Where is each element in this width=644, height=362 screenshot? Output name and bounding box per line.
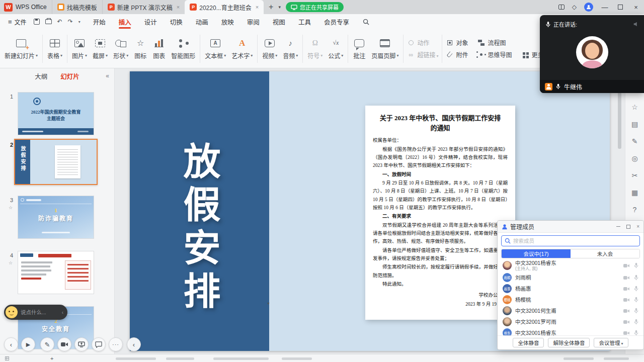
screen-share-badge[interactable]: 您正在共享屏幕 bbox=[286, 2, 344, 12]
tab-animation[interactable]: 动画 bbox=[189, 14, 215, 29]
tab-slides[interactable]: 幻灯片 bbox=[60, 71, 79, 81]
maximize-button[interactable] bbox=[616, 4, 624, 11]
member-row[interactable]: 中文32001何生甫 bbox=[498, 305, 643, 316]
members-list[interactable]: 中文32001杨睿东 (主持人, 我) 雨桐 刘雨桐 画惠 杨画惠 bbox=[498, 259, 643, 335]
member-row[interactable]: 樱桃 杨樱桃 bbox=[498, 294, 643, 305]
undo-icon[interactable]: ↶ bbox=[57, 18, 62, 25]
redo-icon[interactable]: ↷ bbox=[68, 18, 73, 25]
new-tab-button[interactable]: + bbox=[269, 3, 273, 12]
close-tab-icon[interactable]: × bbox=[256, 4, 259, 10]
member-row[interactable]: 中文32001罗可雨 bbox=[498, 316, 643, 327]
tab-transition[interactable]: 切换 bbox=[164, 14, 189, 29]
formula-button[interactable]: √x 公式 bbox=[326, 33, 346, 65]
table-button[interactable]: 表格 bbox=[45, 33, 65, 65]
shape-button[interactable]: 形状 bbox=[111, 33, 131, 65]
comment-button[interactable]: 批注 bbox=[350, 33, 368, 65]
member-search-input[interactable] bbox=[513, 238, 636, 244]
save-icon[interactable] bbox=[34, 19, 40, 25]
tab-outline[interactable]: 大纲 bbox=[35, 71, 47, 81]
camera-icon[interactable] bbox=[623, 331, 629, 335]
tab-design[interactable]: 设计 bbox=[138, 14, 164, 29]
chart-button[interactable]: 图表 bbox=[150, 33, 168, 65]
layout-icon[interactable]: ▤ bbox=[631, 120, 638, 128]
split-view-icon[interactable] bbox=[558, 5, 565, 10]
camera-icon[interactable] bbox=[623, 309, 629, 313]
crop-icon[interactable]: ✂ bbox=[632, 171, 638, 179]
mic-icon[interactable] bbox=[634, 275, 638, 281]
record-icon[interactable]: ◎ bbox=[631, 154, 637, 162]
tab-current-doc[interactable]: P 20220...育主题班会 × bbox=[185, 0, 264, 14]
tab-member[interactable]: 会员专享 bbox=[317, 14, 356, 29]
mic-icon[interactable] bbox=[634, 286, 638, 292]
skin-icon[interactable]: ◇ bbox=[572, 4, 577, 11]
chat-input[interactable] bbox=[21, 309, 59, 315]
mic-icon[interactable] bbox=[634, 330, 638, 335]
video-button[interactable]: 视频 bbox=[260, 33, 280, 65]
object-button[interactable]: 对象 bbox=[444, 38, 469, 47]
panel-minimize-icon[interactable] bbox=[616, 226, 620, 227]
mic-icon[interactable] bbox=[634, 297, 638, 303]
zoom-control-skeleton[interactable] bbox=[604, 357, 629, 360]
more-options-button[interactable]: ··· bbox=[109, 337, 123, 351]
video-call-panel[interactable]: 正在讲话: 牛继伟 bbox=[540, 15, 644, 93]
mic-icon[interactable] bbox=[634, 262, 638, 268]
camera-icon[interactable] bbox=[623, 263, 629, 268]
mindmap-button[interactable]: 思维导图 bbox=[476, 50, 513, 59]
camera-icon[interactable] bbox=[623, 320, 629, 324]
new-slide-quick-button[interactable]: + bbox=[50, 354, 53, 362]
mute-all-button[interactable]: 全体静音 bbox=[513, 338, 544, 347]
minimize-button[interactable]: — bbox=[601, 4, 609, 11]
slide-thumbnail-1[interactable]: 2022年国庆假期安全教育 主题班会 bbox=[18, 93, 94, 135]
file-menu[interactable]: ≡ 文件 bbox=[4, 18, 31, 26]
member-search-box[interactable] bbox=[501, 235, 640, 246]
mic-icon[interactable] bbox=[634, 308, 638, 314]
panel-close-icon[interactable]: × bbox=[636, 224, 639, 229]
panel-maximize-icon[interactable] bbox=[626, 225, 630, 229]
volume-icon[interactable] bbox=[633, 20, 639, 29]
tab-not-joined[interactable]: 未入会 bbox=[571, 249, 639, 258]
icon-library-button[interactable]: ☆ 图标 bbox=[131, 33, 149, 65]
close-tab-icon[interactable]: × bbox=[177, 4, 180, 10]
help-icon[interactable]: ? bbox=[633, 206, 637, 214]
edit-pen-icon[interactable]: ✎ bbox=[632, 137, 638, 145]
share-screen-button[interactable] bbox=[74, 337, 89, 351]
unmute-all-button[interactable]: 解除全体静音 bbox=[548, 338, 590, 347]
picture-button[interactable]: 图片 bbox=[69, 33, 90, 65]
slide-vertical-title[interactable]: 放假安排 bbox=[180, 142, 217, 315]
mic-icon[interactable] bbox=[634, 319, 638, 325]
collapse-chat-icon[interactable]: ‹ bbox=[62, 310, 63, 315]
new-slide-button[interactable]: 新建幻灯片 bbox=[2, 33, 40, 65]
tab-view[interactable]: 视图 bbox=[266, 14, 292, 29]
member-row[interactable]: 雨桐 刘雨桐 bbox=[498, 272, 643, 283]
collapse-marker-icon[interactable]: ▼ bbox=[267, 302, 270, 305]
wps-home-button[interactable]: W WPS Office bbox=[4, 3, 52, 12]
tab-in-meeting[interactable]: 会议中(17) bbox=[502, 249, 571, 258]
textbox-button[interactable]: 文本框 bbox=[202, 33, 228, 65]
tab-template-store[interactable]: 找稿壳模板 bbox=[52, 0, 102, 14]
member-row[interactable]: 睿东 中文32001杨睿东 bbox=[498, 327, 643, 335]
tab-list-dropdown-icon[interactable]: ▾ bbox=[278, 5, 281, 10]
comment-bubble-button[interactable] bbox=[92, 337, 106, 351]
screenshot-button[interactable]: 截屏 bbox=[90, 33, 110, 65]
quickbar-dropdown-icon[interactable]: ▾ bbox=[78, 20, 80, 24]
view-grid-icon[interactable] bbox=[5, 356, 9, 360]
close-button[interactable]: × bbox=[632, 4, 640, 11]
collapse-toolbar-button[interactable]: ‹ bbox=[127, 337, 141, 351]
tab-review[interactable]: 审阅 bbox=[240, 14, 266, 29]
slide-thumbnail-4[interactable] bbox=[18, 251, 94, 294]
collapse-panel-icon[interactable]: « bbox=[106, 72, 109, 79]
members-panel-header[interactable]: 管理成员 × bbox=[498, 221, 643, 233]
camera-icon[interactable] bbox=[623, 287, 629, 291]
slide-thumbnail-3[interactable]: 1 防诈骗教育 bbox=[18, 196, 94, 238]
audio-button[interactable]: ♪ 音频 bbox=[280, 33, 300, 65]
pen-tool-button[interactable]: ✎ bbox=[40, 337, 54, 351]
prev-slide-button[interactable]: ‹ bbox=[4, 337, 18, 351]
member-row[interactable]: 中文32001杨睿东 (主持人, 我) bbox=[498, 259, 643, 272]
camera-icon[interactable] bbox=[623, 276, 629, 280]
slide-thumbnail-2-selected[interactable]: 放假安排 bbox=[14, 139, 98, 185]
meeting-chat-bubble[interactable]: ‹ bbox=[4, 305, 67, 320]
favorites-icon[interactable]: ☆ bbox=[631, 103, 638, 111]
camera-button[interactable] bbox=[57, 337, 71, 351]
tab-tools[interactable]: 工具 bbox=[292, 14, 317, 29]
meeting-manage-button[interactable]: 会议管理 bbox=[594, 338, 628, 347]
